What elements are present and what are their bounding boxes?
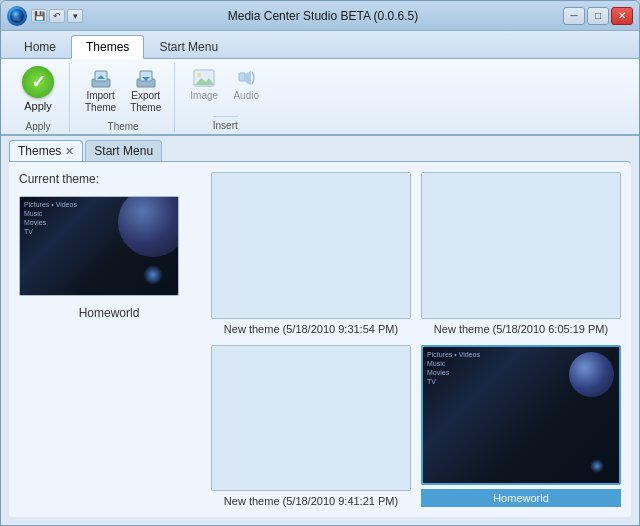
theme-thumb-homeworld[interactable]: Pictures • Videos Music Movies TV bbox=[421, 345, 621, 486]
apply-icon: ✓ bbox=[22, 66, 54, 98]
ribbon-group-insert: Image Audio Insert bbox=[177, 63, 273, 132]
apply-group-label: Apply bbox=[25, 119, 50, 132]
theme-group-items: ImportTheme ExportTheme bbox=[80, 63, 166, 117]
tab-themes[interactable]: Themes bbox=[71, 35, 144, 59]
ribbon-tab-bar: Home Themes Start Menu bbox=[1, 31, 639, 59]
svg-rect-11 bbox=[239, 73, 245, 81]
left-column: Current theme: Pictures • Videos Music M… bbox=[19, 172, 199, 507]
main-panel: Current theme: Pictures • Videos Music M… bbox=[9, 161, 631, 517]
current-theme-preview: Pictures • Videos Music Movies TV bbox=[19, 196, 179, 296]
current-theme-space-bg: Pictures • Videos Music Movies TV bbox=[20, 197, 178, 295]
image-button[interactable]: Image bbox=[185, 63, 223, 105]
ribbon-toolbar: ✓ Apply Apply ImportTh bbox=[1, 59, 639, 136]
theme-thumb-new2[interactable] bbox=[421, 172, 621, 319]
ribbon-group-apply: ✓ Apply Apply bbox=[7, 63, 70, 132]
title-bar: 💾 ↶ ▾ Media Center Studio BETA (0.0.6.5)… bbox=[1, 1, 639, 31]
theme-group-label: Theme bbox=[108, 119, 139, 132]
checkmark-icon: ✓ bbox=[22, 66, 54, 98]
audio-icon bbox=[234, 66, 258, 90]
space-planet-large bbox=[118, 197, 178, 257]
theme-label-new2: New theme (5/18/2010 6:05:19 PM) bbox=[421, 323, 621, 335]
theme-thumb-new3[interactable] bbox=[211, 345, 411, 492]
theme-cell-new1[interactable]: New theme (5/18/2010 9:31:54 PM) bbox=[211, 172, 411, 335]
quick-undo-btn[interactable]: ↶ bbox=[49, 9, 65, 23]
minimize-button[interactable]: ─ bbox=[563, 7, 585, 25]
import-theme-button[interactable]: ImportTheme bbox=[80, 63, 121, 117]
close-button[interactable]: ✕ bbox=[611, 7, 633, 25]
ribbon-group-theme: ImportTheme ExportTheme Theme bbox=[72, 63, 175, 132]
export-icon bbox=[134, 66, 158, 90]
theme-thumb-new1[interactable] bbox=[211, 172, 411, 319]
apply-button[interactable]: ✓ Apply bbox=[15, 63, 61, 115]
theme-label-new3: New theme (5/18/2010 9:41:21 PM) bbox=[211, 495, 411, 507]
insert-group-items: Image Audio bbox=[185, 63, 265, 112]
svg-marker-12 bbox=[245, 71, 251, 85]
theme-grid: New theme (5/18/2010 9:31:54 PM) New the… bbox=[211, 172, 621, 507]
main-window: 💾 ↶ ▾ Media Center Studio BETA (0.0.6.5)… bbox=[0, 0, 640, 526]
apply-group-items: ✓ Apply bbox=[15, 63, 61, 117]
theme-cell-new2[interactable]: New theme (5/18/2010 6:05:19 PM) bbox=[421, 172, 621, 335]
doc-tab-start-menu[interactable]: Start Menu bbox=[85, 140, 162, 161]
current-theme-name: Homeworld bbox=[19, 306, 199, 320]
homeworld-glow bbox=[590, 459, 604, 473]
app-icon bbox=[7, 6, 27, 26]
space-glow bbox=[143, 265, 163, 285]
quick-save-btn[interactable]: 💾 bbox=[31, 9, 47, 23]
theme-label-homeworld: Homeworld bbox=[421, 489, 621, 507]
import-icon bbox=[89, 66, 113, 90]
audio-button[interactable]: Audio bbox=[227, 63, 265, 105]
quick-access-toolbar: 💾 ↶ ▾ bbox=[31, 9, 83, 23]
window-title: Media Center Studio BETA (0.0.6.5) bbox=[83, 9, 563, 23]
window-controls: ─ □ ✕ bbox=[563, 7, 633, 25]
export-theme-label: ExportTheme bbox=[130, 90, 161, 114]
title-bar-left: 💾 ↶ ▾ bbox=[7, 6, 83, 26]
homeworld-planet bbox=[569, 352, 614, 397]
maximize-button[interactable]: □ bbox=[587, 7, 609, 25]
content-area: Themes ✕ Start Menu Current theme: Pictu… bbox=[1, 136, 639, 525]
doc-tab-themes-close[interactable]: ✕ bbox=[65, 146, 74, 157]
svg-point-1 bbox=[13, 17, 21, 21]
homeworld-space-bg: Pictures • Videos Music Movies TV bbox=[423, 347, 619, 484]
tab-home[interactable]: Home bbox=[9, 34, 71, 58]
current-theme-label: Current theme: bbox=[19, 172, 199, 186]
apply-label: Apply bbox=[24, 100, 52, 112]
doc-tab-themes[interactable]: Themes ✕ bbox=[9, 140, 83, 161]
space-menu-text: Pictures • Videos Music Movies TV bbox=[24, 201, 77, 235]
theme-label-new1: New theme (5/18/2010 9:31:54 PM) bbox=[211, 323, 411, 335]
image-label: Image bbox=[190, 90, 218, 102]
tab-start-menu[interactable]: Start Menu bbox=[144, 34, 233, 58]
export-theme-button[interactable]: ExportTheme bbox=[125, 63, 166, 117]
homeworld-menu-text: Pictures • Videos Music Movies TV bbox=[427, 351, 480, 385]
theme-cell-homeworld[interactable]: Pictures • Videos Music Movies TV Homewo… bbox=[421, 345, 621, 508]
audio-label: Audio bbox=[233, 90, 259, 102]
svg-point-9 bbox=[197, 73, 201, 77]
theme-cell-new3[interactable]: New theme (5/18/2010 9:41:21 PM) bbox=[211, 345, 411, 508]
quick-dropdown-btn[interactable]: ▾ bbox=[67, 9, 83, 23]
import-theme-label: ImportTheme bbox=[85, 90, 116, 114]
image-icon bbox=[192, 66, 216, 90]
document-tabs: Themes ✕ Start Menu bbox=[1, 136, 639, 161]
insert-group-label: Insert bbox=[213, 120, 238, 131]
